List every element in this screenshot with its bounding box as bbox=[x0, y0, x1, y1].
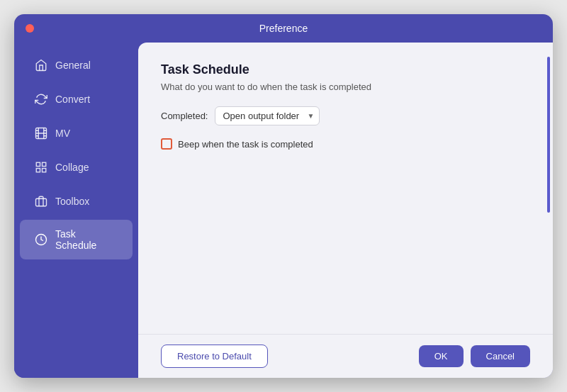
grid-icon bbox=[34, 160, 48, 174]
traffic-lights bbox=[26, 24, 34, 33]
briefcase-icon bbox=[34, 194, 48, 208]
sidebar-item-collage[interactable]: Collage bbox=[20, 152, 133, 183]
main-panel-inner: Task Schedule What do you want to do whe… bbox=[138, 43, 553, 378]
sidebar-item-general[interactable]: General bbox=[20, 50, 133, 81]
clock-icon bbox=[34, 233, 48, 247]
ok-button[interactable]: OK bbox=[419, 345, 464, 367]
section-title: Task Schedule bbox=[161, 62, 530, 77]
sidebar: General Convert MV Collage bbox=[14, 43, 138, 378]
svg-rect-10 bbox=[36, 169, 40, 172]
completed-row: Completed: Open output folder Do nothing… bbox=[161, 106, 530, 125]
footer-right-buttons: OK Cancel bbox=[419, 345, 530, 367]
main-content: Task Schedule What do you want to do whe… bbox=[138, 43, 553, 334]
sidebar-item-task-schedule[interactable]: Task Schedule bbox=[20, 220, 133, 259]
completed-dropdown-wrapper: Open output folder Do nothing Shut down … bbox=[215, 106, 320, 125]
completed-label: Completed: bbox=[161, 111, 208, 121]
sidebar-label-task-schedule: Task Schedule bbox=[55, 228, 118, 251]
svg-rect-12 bbox=[36, 198, 47, 206]
sidebar-label-collage: Collage bbox=[55, 162, 89, 173]
sidebar-item-toolbox[interactable]: Toolbox bbox=[20, 186, 133, 217]
restore-default-button[interactable]: Restore to Default bbox=[161, 345, 268, 368]
section-subtitle: What do you want to do when the task is … bbox=[161, 82, 530, 92]
sidebar-label-convert: Convert bbox=[55, 94, 90, 105]
title-bar: Preference bbox=[14, 14, 553, 43]
svg-rect-8 bbox=[36, 162, 40, 166]
sidebar-label-toolbox: Toolbox bbox=[55, 196, 89, 207]
film-icon bbox=[34, 126, 48, 140]
svg-rect-11 bbox=[43, 169, 46, 172]
svg-rect-9 bbox=[43, 162, 46, 166]
main-panel: Task Schedule What do you want to do whe… bbox=[138, 43, 553, 378]
close-button[interactable] bbox=[26, 24, 34, 33]
sidebar-item-convert[interactable]: Convert bbox=[20, 84, 133, 115]
sidebar-label-general: General bbox=[55, 60, 91, 71]
sidebar-item-mv[interactable]: MV bbox=[20, 118, 133, 149]
beep-label: Beep when the task is completed bbox=[178, 139, 313, 150]
scrollbar-track bbox=[547, 57, 550, 213]
refresh-icon bbox=[34, 92, 48, 106]
sidebar-label-mv: MV bbox=[55, 128, 70, 139]
beep-checkbox[interactable] bbox=[161, 138, 172, 150]
preference-window: Preference General Convert MV bbox=[14, 14, 553, 378]
completed-dropdown[interactable]: Open output folder Do nothing Shut down … bbox=[215, 106, 320, 125]
beep-checkbox-row: Beep when the task is completed bbox=[161, 138, 530, 150]
home-icon bbox=[34, 58, 48, 72]
content-area: General Convert MV Collage bbox=[14, 43, 553, 378]
cancel-button[interactable]: Cancel bbox=[471, 345, 530, 367]
window-title: Preference bbox=[259, 23, 308, 34]
footer-bar: Restore to Default OK Cancel bbox=[138, 334, 553, 378]
